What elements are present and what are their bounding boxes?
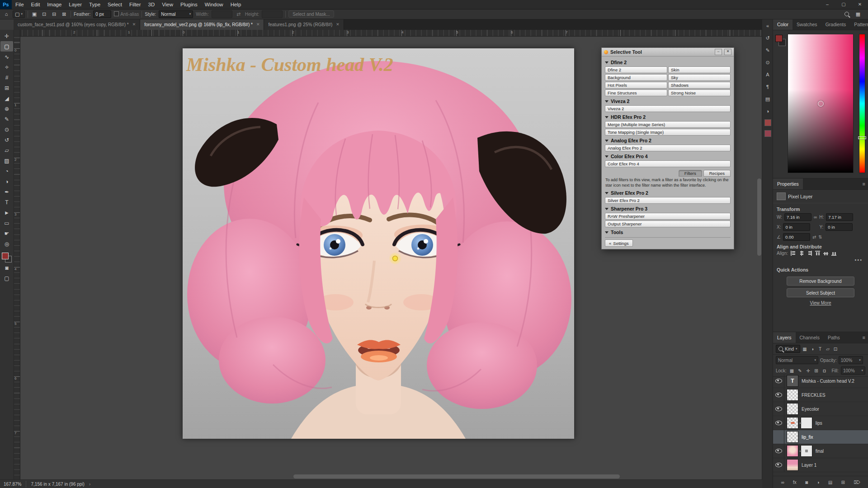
filter-button-silver-efex[interactable]: Silver Efex Pro 2 [605,197,731,204]
layer-mask-link-icon[interactable]: ∞ [799,421,802,425]
selection-mode-intersect-icon[interactable]: ⊠ [61,11,68,17]
filter-adjustment-layers-icon[interactable]: ◑ [810,347,816,352]
workspace-icon[interactable]: ▦ [854,11,862,17]
tab-forcanny-model-ver2[interactable]: forcanny_model_ver2.png @ 168% (lip_fix,… [140,19,264,30]
align-left-icon[interactable] [790,251,796,256]
menu-plugins[interactable]: Plugins [177,0,201,9]
eyedropper-tool[interactable]: ◢ [0,93,13,103]
menu-layer[interactable]: Layer [65,0,85,9]
filter-button-dfine2[interactable]: Dfine 2 [605,66,667,73]
section-dfine[interactable]: Dfine 2 [605,60,731,65]
align-center-horizontal-icon[interactable] [798,251,804,256]
layer-name[interactable]: lips [816,421,822,426]
panel-menu-icon[interactable]: ≡ [860,332,868,343]
filter-button-strong-noise[interactable]: Strong Noise [668,89,731,96]
brush-settings-panel-icon[interactable]: ✎ [764,46,772,54]
more-options-icon[interactable]: ••• [773,256,868,264]
color-swatches[interactable] [2,253,12,263]
visibility-toggle[interactable] [773,430,784,444]
filter-button-merge[interactable]: Merge (Multiple Image Series) [605,121,731,128]
lock-transparent-pixels-icon[interactable]: ▦ [789,368,795,373]
filter-button-shadows[interactable]: Shadows [668,82,731,89]
transform-section-header[interactable]: Transform [773,203,868,213]
section-analog-efex[interactable]: Analog Efex Pro 2 [605,138,731,143]
selection-mode-subtract-icon[interactable]: ⊟ [51,11,58,17]
filter-button-background[interactable]: Background [605,74,667,81]
menu-type[interactable]: Type [85,0,104,9]
layer-row-layer1[interactable]: Layer 1 [773,458,868,472]
saturation-brightness-picker[interactable] [788,34,854,173]
menu-filter[interactable]: Filter [126,0,145,9]
width-input[interactable] [212,10,232,18]
rotation-field[interactable]: 0.00 [783,233,810,241]
new-layer-icon[interactable]: ⊞ [841,480,845,485]
layer-name[interactable]: FRECKLES [802,393,826,398]
layer-thumbnail[interactable] [787,445,798,457]
selection-mode-add-icon[interactable]: ⊡ [41,11,48,17]
tab-features1[interactable]: features1.png @ 25% (RGB/8#) ✕ [264,19,344,30]
layer-row-mishka-text[interactable]: T Mishka - Custom head V.2 [773,374,868,388]
layer-style-icon[interactable]: fx [793,480,797,485]
zoom-tool[interactable]: ◎ [0,239,13,249]
foreground-color-swatch[interactable] [775,35,783,42]
panel-menu-icon[interactable]: ≡ [860,178,868,189]
visibility-toggle[interactable] [773,374,784,388]
layer-name[interactable]: Mishka - Custom head V.2 [802,379,854,384]
tool-preset-chip[interactable]: ▢ ▾ [13,10,25,18]
tab-filters[interactable]: Filters [679,170,702,177]
clone-stamp-tool[interactable]: ⊙ [0,124,13,135]
visibility-toggle[interactable] [773,458,784,472]
section-hdr-efex[interactable]: HDR Efex Pro 2 [605,114,731,120]
history-brush-tool[interactable]: ↺ [0,135,13,145]
layer-mask-thumbnail[interactable] [801,445,812,457]
menu-window[interactable]: Window [201,0,227,9]
layer-mask-link-icon[interactable]: ∞ [799,449,802,453]
fill-field[interactable]: 100% ▾ [841,366,865,375]
lock-position-icon[interactable]: ✛ [805,368,811,373]
link-dimensions-icon[interactable]: ∞ [814,215,817,220]
menu-help[interactable]: Help [227,0,245,9]
filter-button-viveza2[interactable]: Viveza 2 [605,105,731,112]
crop-tool[interactable]: # [0,72,13,83]
vertical-ruler[interactable]: 0 1 2 3 4 5 6 7 [14,36,20,480]
zoom-level-field[interactable]: 167.87% [4,482,21,487]
section-sharpener[interactable]: Sharpener Pro 3 [605,206,731,211]
menu-edit[interactable]: Edit [28,0,44,9]
filter-button-skin[interactable]: Skin [668,66,731,73]
section-color-efex[interactable]: Color Efex Pro 4 [605,154,731,159]
layer-row-final[interactable]: ∞ final [773,444,868,458]
shape-tool[interactable]: ▭ [0,218,13,228]
filter-button-hot-pixels[interactable]: Hot Pixels [605,82,667,89]
brush-tool[interactable]: ✎ [0,114,13,124]
history-panel-icon[interactable]: ↺ [764,34,772,42]
path-selection-tool[interactable]: ► [0,207,13,218]
new-group-icon[interactable]: ▤ [828,480,832,485]
layer-thumbnail[interactable] [787,459,798,471]
screen-mode-button[interactable]: ▢ [0,273,13,283]
feather-input[interactable]: 0 px [93,10,111,18]
horizontal-ruler[interactable]: 2 1 0 1 2 3 4 5 6 7 [20,30,762,37]
layer-name[interactable]: Eyecolor [802,407,819,412]
tab-paths[interactable]: Paths [824,332,844,343]
tab-properties[interactable]: Properties [773,178,803,189]
hand-tool[interactable]: ☛ [0,228,13,239]
character-panel-icon[interactable]: A [764,70,772,79]
healing-brush-tool[interactable]: ⊕ [0,103,13,114]
color-chip-2[interactable] [764,130,771,137]
layer-thumbnail[interactable] [787,389,798,401]
libraries-panel-icon[interactable]: ▤ [764,95,772,103]
visibility-toggle[interactable] [773,402,784,416]
maximize-button[interactable]: ▢ [835,0,852,9]
menu-view[interactable]: View [158,0,177,9]
link-layers-icon[interactable]: ∞ [781,480,784,485]
select-and-mask-button[interactable]: Select and Mask... [288,10,334,18]
filter-kind-select[interactable]: Kind ▾ [776,345,800,353]
layer-thumbnail[interactable] [787,417,798,429]
filter-type-layers-icon[interactable]: T [817,347,823,352]
horizontal-scrollbar[interactable] [293,474,620,479]
lock-artboard-icon[interactable]: ⊞ [813,368,819,373]
layer-row-eyecolor[interactable]: Eyecolor [773,402,868,416]
antialias-checkbox[interactable]: Anti-alias [114,11,139,17]
minimize-button[interactable]: – [819,0,835,9]
filter-button-color-efex[interactable]: Color Efex Pro 4 [605,160,731,167]
